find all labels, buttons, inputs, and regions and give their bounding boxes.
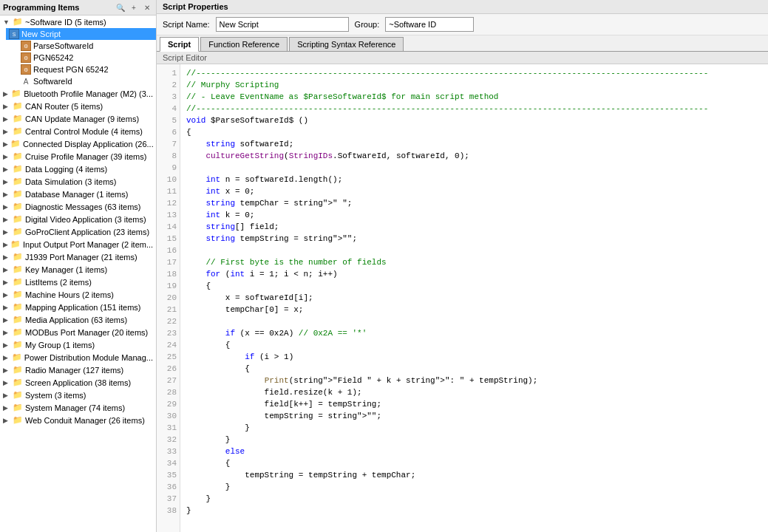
- group-label: Diagnostic Messages (63 items): [25, 202, 141, 211]
- tree-group-item[interactable]: ▶📁J1939 Port Manager (21 items): [0, 250, 156, 263]
- tree-group-item[interactable]: ▶📁CAN Router (5 items): [0, 100, 156, 112]
- group-label: Machine Hours (2 items): [25, 290, 114, 299]
- parse-icon: ⚙: [21, 41, 31, 51]
- tree-group-item[interactable]: ▶📁ListItems (2 items): [0, 276, 156, 288]
- folder-icon: 📁: [13, 302, 23, 312]
- tree-group-item[interactable]: ▶📁Cruise Profile Manager (39 items): [0, 150, 156, 163]
- tree-group-item[interactable]: ▶📁System (3 items): [0, 389, 156, 401]
- expand-right-icon: ▶: [3, 279, 10, 286]
- code-line: //--------------------------------------…: [186, 103, 762, 115]
- tree-group-item[interactable]: ▶📁CAN Update Manager (9 items): [0, 112, 156, 125]
- code-line: string tempString = string">"";: [186, 233, 762, 245]
- line-number: 37: [157, 493, 180, 505]
- folder-icon: 📁: [13, 101, 23, 111]
- line-number: 9: [157, 162, 180, 174]
- main-layout: Programming Items 🔍 + ✕ ▼ 📁 ~Software ID…: [0, 0, 768, 532]
- tree-group-item[interactable]: ▶📁Key Manager (1 items): [0, 263, 156, 276]
- code-line: field[k++] = tempString;: [186, 398, 762, 410]
- line-number: 20: [157, 292, 180, 304]
- tree-group-item[interactable]: ▶📁Diagnostic Messages (63 items): [0, 200, 156, 213]
- code-line: }: [186, 493, 762, 505]
- group-label: Input Output Port Manager (2 item...: [23, 240, 153, 249]
- folder-icon: 📁: [13, 177, 23, 186]
- group-input[interactable]: [385, 17, 474, 32]
- tab-script[interactable]: Script: [160, 37, 199, 52]
- folder-icon: 📁: [11, 89, 21, 98]
- folder-icon: 📁: [13, 151, 23, 161]
- tree-group-item[interactable]: ▶📁System Manager (74 items): [0, 401, 156, 414]
- group-label: Cruise Profile Manager (39 items): [25, 152, 146, 161]
- expand-right-icon: ▶: [3, 140, 8, 148]
- code-line: int x = 0;: [186, 185, 762, 197]
- expand-right-icon: ▶: [3, 291, 10, 299]
- group-label: Data Simulation (3 items): [25, 177, 117, 186]
- folder-icon: 📁: [13, 252, 23, 262]
- group-label: Key Manager (1 items): [25, 265, 107, 274]
- tree-group-item[interactable]: ▶📁GoProClient Application (23 items): [0, 225, 156, 238]
- tree-group-item[interactable]: ▶📁Connected Display Application (26...: [0, 137, 156, 150]
- code-line: cultureGetString(StringIDs.SoftwareId, s…: [186, 150, 762, 162]
- line-numbers: 1234567891011121314151617181920212223242…: [157, 64, 180, 532]
- code-line: tempChar[0] = x;: [186, 304, 762, 316]
- folder-icon: 📁: [13, 126, 23, 136]
- new-script-item[interactable]: S New Script: [6, 28, 156, 40]
- line-number: 29: [157, 398, 180, 410]
- tree-group-item[interactable]: ▶📁Data Logging (4 items): [0, 163, 156, 175]
- tree-group-item[interactable]: ▶📁Machine Hours (2 items): [0, 288, 156, 301]
- code-line: {: [186, 126, 762, 138]
- group-label: Screen Application (38 items): [25, 378, 131, 387]
- folder-icon: 📁: [13, 415, 23, 425]
- expand-right-icon: ▶: [3, 216, 10, 223]
- software-id-item[interactable]: A SoftwareId: [6, 75, 156, 87]
- tree-group-item[interactable]: ▶📁Mapping Application (151 items): [0, 301, 156, 313]
- code-line: //--------------------------------------…: [186, 67, 762, 79]
- code-line: if (x == 0x2A) // 0x2A == '*': [186, 327, 762, 339]
- tree-group-item[interactable]: ▶📁Power Distribution Module Manag...: [0, 351, 156, 364]
- software-id-group-header[interactable]: ▼ 📁 ~Software ID (5 items): [0, 16, 156, 28]
- folder-icon: 📁: [13, 340, 23, 349]
- code-line: {: [186, 339, 762, 351]
- pgn65242-item[interactable]: ⚙ PGN65242: [6, 52, 156, 64]
- line-number: 6: [157, 126, 180, 138]
- pgn-icon: ⚙: [21, 52, 31, 63]
- search-icon[interactable]: 🔍: [115, 1, 126, 13]
- tree-group-item[interactable]: ▶📁Screen Application (38 items): [0, 376, 156, 389]
- expand-right-icon: ▶: [3, 266, 10, 273]
- code-line: }: [186, 505, 762, 516]
- code-line: }: [186, 481, 762, 493]
- code-line: {: [186, 457, 762, 469]
- add-icon[interactable]: +: [128, 1, 140, 13]
- script-name-input[interactable]: [216, 17, 349, 32]
- request-pgn-item[interactable]: ⚙ Request PGN 65242: [6, 64, 156, 75]
- tree-group-item[interactable]: ▶📁Digital Video Application (3 items): [0, 213, 156, 225]
- tree-group-item[interactable]: ▶📁Radio Manager (127 items): [0, 364, 156, 376]
- close-icon[interactable]: ✕: [141, 1, 153, 13]
- line-number: 5: [157, 115, 180, 126]
- folder-icon: 📁: [13, 403, 23, 412]
- tree-group-item[interactable]: ▶📁Input Output Port Manager (2 item...: [0, 238, 156, 250]
- line-number: 21: [157, 304, 180, 316]
- tree-group-item[interactable]: ▶📁Data Simulation (3 items): [0, 175, 156, 188]
- tab-scripting-syntax[interactable]: Scripting Syntax Reference: [289, 37, 404, 51]
- softwareid-icon: A: [21, 76, 31, 86]
- expand-right-icon: ▶: [3, 191, 10, 198]
- pgn65242-label: PGN65242: [33, 53, 73, 62]
- tree-group-item[interactable]: ▶📁Database Manager (1 items): [0, 188, 156, 200]
- tree-group-item[interactable]: ▶📁Bluetooth Profile Manager (M2) (3...: [0, 87, 156, 100]
- line-number: 27: [157, 375, 180, 386]
- code-area[interactable]: //--------------------------------------…: [180, 64, 768, 532]
- group-label: Database Manager (1 items): [25, 190, 128, 199]
- expand-right-icon: ▶: [3, 241, 8, 248]
- group-label: Radio Manager (127 items): [25, 366, 123, 375]
- tree-group-item[interactable]: ▶📁Media Application (63 items): [0, 313, 156, 326]
- softwareid-label: SoftwareId: [33, 77, 72, 86]
- tree-group-item[interactable]: ▶📁MODBus Port Manager (20 items): [0, 326, 156, 338]
- tree-group-item[interactable]: ▶📁Web Conduit Manager (26 items): [0, 414, 156, 426]
- parse-software-id-item[interactable]: ⚙ ParseSoftwareId: [6, 40, 156, 52]
- tree-group-item[interactable]: ▶📁Central Control Module (4 items): [0, 125, 156, 137]
- expand-right-icon: ▶: [3, 392, 10, 399]
- line-number: 1: [157, 67, 180, 79]
- tab-function-reference[interactable]: Function Reference: [200, 37, 288, 51]
- tree-group-item[interactable]: ▶📁My Group (1 items): [0, 338, 156, 351]
- group-label: MODBus Port Manager (20 items): [25, 328, 148, 337]
